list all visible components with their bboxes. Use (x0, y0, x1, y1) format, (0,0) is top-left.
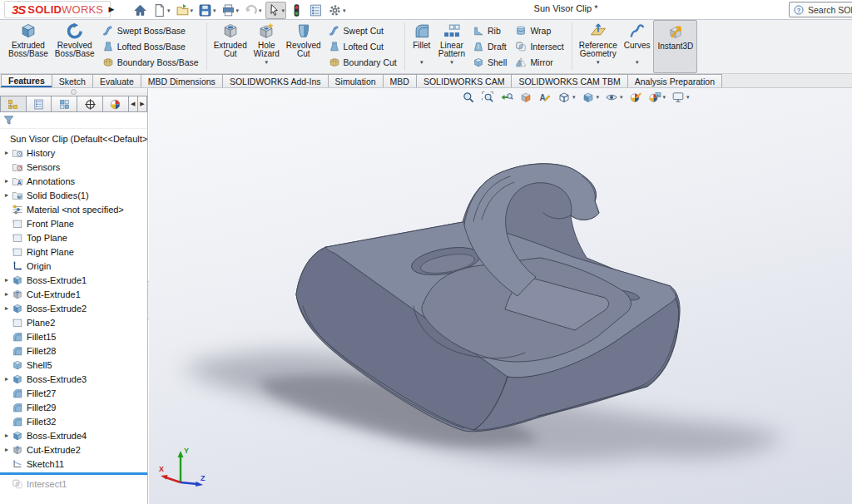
ribbon-tab-simulation[interactable]: Simulation (328, 74, 384, 87)
swept-boss-base-button[interactable]: Swept Boss/Base (100, 24, 201, 38)
swept-cut-button[interactable]: Swept Cut (326, 24, 399, 38)
panel-tab-propertymanager[interactable] (26, 96, 52, 112)
section-view-button[interactable] (519, 91, 532, 104)
hole-wizard-button[interactable]: HoleWizard ▾ (250, 20, 283, 73)
boundary-cut-button[interactable]: Boundary Cut (326, 56, 399, 70)
panel-splitter-handle[interactable] (0, 88, 147, 96)
dropdown-arrow-icon[interactable]: ▾ (620, 94, 623, 101)
ribbon-tab-solidworks-cam[interactable]: SOLIDWORKS CAM (416, 74, 512, 87)
select-button[interactable]: ▾ (265, 2, 287, 19)
expand-arrow-icon[interactable]: ▸ (2, 304, 12, 312)
expand-arrow-icon[interactable]: ▸ (2, 149, 12, 156)
dropdown-arrow-icon[interactable]: ▾ (686, 94, 690, 101)
dropdown-arrow-icon[interactable]: ▾ (572, 94, 576, 101)
panel-tab-displaymanager[interactable] (102, 96, 129, 112)
save-button[interactable]: ▾ (196, 2, 218, 19)
lofted-cut-button[interactable]: Lofted Cut (326, 40, 399, 54)
zoom-to-area-button[interactable] (481, 91, 494, 104)
ribbon-tab-sketch[interactable]: Sketch (52, 74, 93, 87)
dropdown-arrow-icon[interactable]: ▾ (343, 7, 346, 14)
tree-item-fillet29[interactable]: Fillet29 (0, 400, 147, 414)
logo-flyout-arrow-icon[interactable]: ▶ (106, 2, 116, 16)
dropdown-arrow-icon[interactable]: ▾ (213, 7, 216, 14)
tree-item-cut-extrude1[interactable]: ▸Cut-Extrude1 (0, 287, 147, 301)
extruded-cut-button[interactable]: ExtrudedCut (211, 20, 250, 73)
expand-arrow-icon[interactable]: ▸ (2, 446, 12, 453)
rollback-bar[interactable] (0, 472, 147, 475)
undo-button[interactable]: ▾ (242, 2, 264, 19)
tree-item-fillet15[interactable]: Fillet15 (0, 329, 147, 343)
fillet-button[interactable]: Fillet ▾ (409, 20, 435, 73)
zoom-to-fit-button[interactable] (462, 91, 475, 104)
dropdown-arrow-icon[interactable]: ▾ (597, 94, 600, 101)
new-document-button[interactable]: ▾ (151, 2, 172, 19)
model-3d-sun-visor-clip[interactable]: X Y Z (149, 88, 852, 504)
revolved-boss-base-button[interactable]: RevolvedBoss/Base (52, 20, 98, 73)
ribbon-tab-solidworks-cam-tbm[interactable]: SOLIDWORKS CAM TBM (511, 74, 627, 87)
expand-arrow-icon[interactable]: ▸ (2, 276, 12, 284)
tree-item-intersect1[interactable]: Intersect1 (0, 477, 147, 491)
dropdown-arrow-icon[interactable]: ▾ (191, 7, 194, 14)
panel-tab-featuremanager[interactable] (0, 96, 27, 112)
tree-item-sensors[interactable]: Sensors (0, 160, 147, 174)
tree-item-boss-extrude2[interactable]: ▸Boss-Extrude2 (0, 301, 147, 315)
ribbon-tab-analysis-preparation[interactable]: Analysis Preparation (627, 74, 722, 87)
expand-arrow-icon[interactable]: ▸ (2, 177, 12, 185)
options-button[interactable]: ▾ (326, 2, 348, 19)
view-orientation-button[interactable]: ▾ (557, 91, 576, 104)
dropdown-arrow-icon[interactable]: ▾ (420, 59, 424, 66)
extruded-boss-base-button[interactable]: ExtrudedBoss/Base (5, 20, 52, 73)
ribbon-tab-evaluate[interactable]: Evaluate (92, 74, 141, 87)
mirror-button[interactable]: Mirror (513, 56, 566, 70)
reference-geometry-button[interactable]: ReferenceGeometry ▾ (576, 20, 621, 73)
graphics-area[interactable]: X Y Z ▾▾▾▾▾ (149, 88, 852, 504)
expand-arrow-icon[interactable]: ▸ (2, 375, 12, 383)
dropdown-arrow-icon[interactable]: ▾ (636, 59, 639, 66)
tree-item-origin[interactable]: Origin (0, 259, 147, 273)
tree-item-right-plane[interactable]: Right Plane (0, 245, 147, 259)
expand-arrow-icon[interactable]: ▸ (2, 290, 12, 298)
ribbon-tab-mbd-dimensions[interactable]: MBD Dimensions (141, 74, 223, 87)
home-button[interactable] (131, 2, 149, 19)
wrap-button[interactable]: Wrap (513, 24, 566, 38)
panel-tab-configurationmanager[interactable] (51, 96, 77, 112)
display-style-button[interactable]: ▾ (582, 91, 600, 104)
traffic-light-button[interactable] (288, 2, 305, 19)
tree-item-boss-extrude3[interactable]: ▸Boss-Extrude3 (0, 372, 147, 386)
tree-root-item[interactable]: Sun Visor Clip (Default<<Default> (0, 131, 147, 146)
print-button[interactable]: ▾ (220, 2, 241, 19)
hide-show-items-button[interactable]: ▾ (605, 91, 623, 104)
open-button[interactable]: ▾ (174, 2, 196, 19)
ribbon-tab-mbd[interactable]: MBD (383, 74, 417, 87)
tree-item-cut-extrude2[interactable]: ▸Cut-Extrude2 (0, 442, 147, 457)
tree-item-boss-extrude4[interactable]: ▸Boss-Extrude4 (0, 428, 147, 442)
intersect-button[interactable]: Intersect (513, 40, 566, 54)
dropdown-arrow-icon[interactable]: ▾ (450, 59, 453, 66)
apply-scene-button[interactable]: ▾ (648, 91, 666, 104)
tree-item-sketch11[interactable]: Sketch11 (0, 457, 147, 471)
tree-item-fillet28[interactable]: Fillet28 (0, 343, 147, 358)
dropdown-arrow-icon[interactable]: ▾ (259, 7, 262, 14)
tree-item-shell5[interactable]: Shell5 (0, 358, 147, 372)
shell-button[interactable]: Shell (470, 56, 509, 70)
dropdown-arrow-icon[interactable]: ▾ (282, 7, 285, 14)
revolved-cut-button[interactable]: RevolvedCut (283, 20, 324, 73)
ribbon-tab-features[interactable]: Features (1, 74, 52, 87)
dropdown-arrow-icon[interactable]: ▾ (236, 7, 240, 14)
instant3d-button[interactable]: Instant3D (653, 20, 697, 73)
previous-view-button[interactable] (500, 91, 513, 104)
rib-button[interactable]: Rib (470, 24, 509, 38)
lofted-boss-base-button[interactable]: Lofted Boss/Base (100, 40, 201, 54)
tree-item-history[interactable]: ▸History (0, 146, 147, 160)
tree-item-top-plane[interactable]: Top Plane (0, 230, 147, 245)
dropdown-arrow-icon[interactable]: ▾ (597, 59, 600, 66)
dropdown-arrow-icon[interactable]: ▾ (167, 7, 171, 14)
boundary-boss-base-button[interactable]: Boundary Boss/Base (100, 56, 201, 70)
dropdown-arrow-icon[interactable]: ▾ (265, 59, 269, 66)
edit-appearance-button[interactable] (629, 91, 642, 104)
tree-item-solid-bodies-1[interactable]: ▸Solid Bodies(1) (0, 188, 147, 202)
file-properties-button[interactable] (307, 2, 324, 19)
expand-arrow-icon[interactable]: ▸ (2, 191, 12, 199)
expand-arrow-icon[interactable]: ▸ (2, 432, 12, 439)
tree-item-fillet32[interactable]: Fillet32 (0, 414, 147, 428)
